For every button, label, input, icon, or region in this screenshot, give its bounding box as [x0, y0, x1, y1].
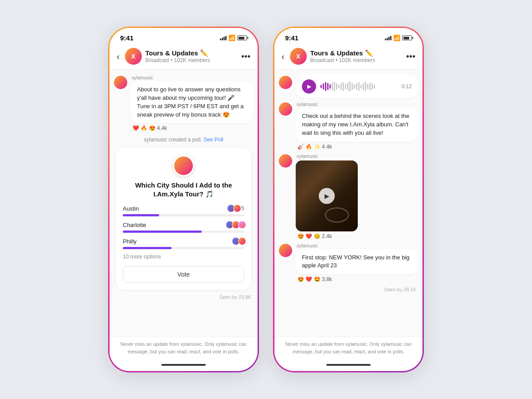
poll-option-austin[interactable]: Austin 5 [123, 204, 244, 216]
poll-option-label-charlotte: Charlotte [123, 222, 146, 228]
status-icons-2: 📶 [385, 35, 412, 41]
message-reactions-1: ❤️ 🔥 😍 4.4k [131, 125, 253, 131]
back-button-1[interactable]: ‹ [117, 51, 120, 62]
channel-subtitle-2: Broadcast • 102K members [310, 57, 403, 63]
poll-avatar [173, 155, 194, 176]
battery-icon-1 [237, 35, 247, 40]
poll-count-austin: 5 [241, 205, 244, 211]
message-reactions-ny: 😍 ❤️ 🤩 3.8k [296, 276, 418, 282]
home-bar-1 [161, 364, 206, 366]
phones-container: 9:41 📶 ‹ X Tours & Updates ✏️ Broad [90, 9, 442, 390]
status-bar-1: 9:41 📶 [110, 28, 258, 44]
poll-title: Which City Should I Add to the I.Am.Xyla… [123, 181, 244, 198]
channel-header-1: ‹ X Tours & Updates ✏️ Broadcast • 102K … [110, 44, 258, 70]
home-indicator-2 [274, 360, 422, 371]
poll-bar-bg-philly [123, 247, 244, 249]
sender-avatar-ny [279, 244, 292, 257]
video-play-button[interactable]: ▶ [319, 188, 335, 204]
message-block-ny: xylamusic First stop: NEW YORK! See you … [279, 243, 418, 283]
sender-name-video: xylamusic [296, 153, 418, 159]
message-content-ny: xylamusic First stop: NEW YORK! See you … [296, 243, 418, 283]
audio-message-block: ▶ [279, 75, 418, 98]
poll-bar-bg-austin [123, 214, 244, 216]
sender-name-1: xylamusic [131, 75, 253, 80]
channel-info-1: Tours & Updates ✏️ Broadcast • 102K memb… [145, 49, 238, 63]
audio-bubble[interactable]: ▶ [296, 75, 418, 98]
audio-waveform [321, 80, 397, 93]
chat-area-2: ▶ [274, 70, 422, 336]
audio-play-button[interactable]: ▶ [302, 79, 316, 94]
video-message-content: xylamusic ▶ 😍 ❤️ 😊 2.4k [296, 153, 418, 239]
message-block-bts: xylamusic Check out a behind the scenes … [279, 102, 418, 150]
chat-footer-2: Never miss an update from xylamusic. Onl… [274, 336, 422, 360]
channel-name-1: Tours & Updates ✏️ [145, 49, 238, 57]
channel-header-2: ‹ X Tours & Updates ✏️ Broadcast • 102K … [274, 44, 422, 70]
see-poll-link[interactable]: See Poll [203, 137, 223, 143]
message-reactions-video: 😍 ❤️ 😊 2.4k [296, 233, 418, 239]
poll-option-meta-charlotte [226, 221, 244, 229]
poll-notification: xylamusic created a poll. See Poll [114, 137, 253, 143]
poll-option-meta-austin: 5 [227, 204, 244, 212]
sender-avatar-bts [279, 102, 292, 116]
sender-avatar-audio [279, 76, 292, 89]
wifi-icon-2: 📶 [393, 35, 400, 41]
poll-bar-fill-austin [123, 214, 159, 216]
status-icons-1: 📶 [220, 35, 247, 41]
message-content-1: xylamusic About to go live to answer any… [131, 75, 253, 131]
more-button-1[interactable]: ••• [241, 51, 250, 62]
status-time-2: 9:41 [285, 34, 298, 42]
signal-icon-1 [220, 36, 227, 40]
home-bar-2 [326, 364, 371, 366]
poll-card: Which City Should I Add to the I.Am.Xyla… [116, 148, 251, 290]
channel-avatar-1: X [125, 48, 142, 65]
sender-avatar-video [279, 154, 292, 168]
message-reactions-bts: 🎸 🔥 ✨ 4.4k [296, 144, 418, 150]
poll-bar-fill-philly [123, 247, 172, 249]
message-block-1: xylamusic About to go live to answer any… [114, 75, 253, 131]
battery-icon-2 [402, 35, 412, 40]
poll-option-meta-philly [232, 237, 244, 245]
more-button-2[interactable]: ••• [406, 51, 415, 62]
poll-option-philly[interactable]: Philly [123, 237, 244, 249]
status-time-1: 9:41 [120, 34, 133, 42]
phone-2: 9:41 📶 ‹ X Tours & Updates ✏️ Broad [273, 27, 424, 372]
sender-avatar-1 [114, 76, 127, 89]
message-content-bts: xylamusic Check out a behind the scenes … [296, 102, 418, 150]
poll-voter-avatar-5 [238, 221, 246, 229]
channel-info-2: Tours & Updates ✏️ Broadcast • 102K memb… [310, 49, 403, 63]
status-bar-2: 9:41 📶 [274, 28, 422, 44]
wifi-icon-1: 📶 [228, 35, 235, 41]
sender-name-ny: xylamusic [296, 243, 418, 248]
phone-1: 9:41 📶 ‹ X Tours & Updates ✏️ Broad [108, 27, 259, 372]
poll-option-charlotte[interactable]: Charlotte [123, 221, 244, 233]
poll-avatar-container [123, 155, 244, 176]
channel-avatar-2: X [290, 48, 307, 65]
poll-bar-fill-charlotte [123, 231, 202, 233]
message-bubble-bts: Check out a behind the scenes look at th… [296, 108, 418, 142]
back-button-2[interactable]: ‹ [282, 51, 285, 62]
poll-vote-button[interactable]: Vote [123, 266, 244, 283]
home-indicator-1 [110, 360, 258, 371]
sender-name-bts: xylamusic [296, 102, 418, 107]
poll-option-label-philly: Philly [123, 238, 137, 245]
seen-label-1: Seen by 23.8K [114, 294, 253, 300]
seen-label-2: Seen by 28.1K [279, 287, 418, 292]
signal-icon-2 [385, 36, 391, 40]
channel-name-2: Tours & Updates ✏️ [310, 49, 403, 57]
poll-option-label-austin: Austin [123, 205, 139, 212]
poll-bar-bg-charlotte [123, 231, 244, 233]
poll-more-options: 10 more options [123, 254, 244, 260]
audio-message-content: ▶ [296, 75, 418, 98]
message-bubble-ny: First stop: NEW YORK! See you in the big… [296, 249, 418, 275]
video-thumbnail[interactable]: ▶ [296, 160, 358, 231]
audio-duration: 0:12 [402, 83, 412, 90]
channel-subtitle-1: Broadcast • 102K members [145, 57, 238, 63]
chat-footer-1: Never miss an update from xylamusic. Onl… [110, 336, 258, 360]
poll-voter-avatar-7 [238, 237, 246, 245]
poll-voter-avatar-2 [233, 204, 241, 212]
video-message-block: xylamusic ▶ 😍 ❤️ 😊 2.4k [279, 153, 418, 239]
chat-area-1: xylamusic About to go live to answer any… [110, 70, 258, 336]
message-bubble-1: About to go live to answer any questions… [131, 81, 253, 123]
